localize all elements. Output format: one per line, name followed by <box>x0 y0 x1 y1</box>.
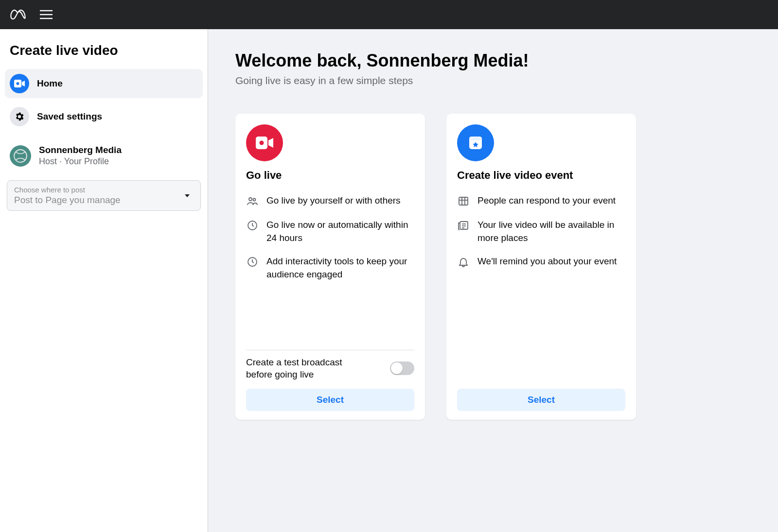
people-icon <box>246 195 259 208</box>
feature-text: We'll remind you about your event <box>477 255 617 269</box>
sidebar-item-label: Home <box>37 78 63 89</box>
sidebar: Create live video Home Saved settings So… <box>0 29 208 532</box>
welcome-subtitle: Going live is easy in a few simple steps <box>235 75 751 86</box>
calendar-icon <box>457 124 494 161</box>
feature-text: Go live by yourself or with others <box>266 194 401 208</box>
profile-name: Sonnenberg Media <box>39 145 122 155</box>
test-broadcast-toggle-row: Create a test broadcast before going liv… <box>246 356 414 381</box>
svg-point-4 <box>17 82 19 85</box>
test-broadcast-toggle[interactable] <box>390 361 414 375</box>
welcome-heading: Welcome back, Sonnenberg Media! <box>235 51 751 71</box>
camera-icon <box>10 74 29 93</box>
sidebar-item-label: Saved settings <box>37 111 102 122</box>
chevron-down-icon <box>185 194 190 197</box>
clock-icon <box>246 256 259 269</box>
feature-row: Add interactivity tools to keep your aud… <box>246 255 414 281</box>
feature-row: People can respond to your event <box>457 194 625 208</box>
profile-role: Host · Your Profile <box>39 156 122 167</box>
select-go-live-button[interactable]: Select <box>246 389 414 411</box>
svg-point-8 <box>249 198 252 201</box>
toggle-label: Create a test broadcast before going liv… <box>246 356 363 381</box>
card-go-live: Go live Go live by yourself or with othe… <box>235 114 425 420</box>
feature-text: People can respond to your event <box>477 194 616 208</box>
svg-point-7 <box>260 141 264 145</box>
gear-icon <box>10 107 29 126</box>
bell-icon <box>457 256 470 269</box>
feature-text: Add interactivity tools to keep your aud… <box>266 255 414 281</box>
avatar <box>10 145 31 167</box>
camera-icon <box>246 124 283 161</box>
select-label: Choose where to post <box>14 186 194 194</box>
feature-row: Go live now or automatically within 24 h… <box>246 219 414 244</box>
feature-text: Go live now or automatically within 24 h… <box>266 219 414 244</box>
select-create-event-button[interactable]: Select <box>457 389 625 411</box>
card-title: Go live <box>246 169 414 182</box>
sidebar-item-home[interactable]: Home <box>5 69 203 98</box>
sidebar-item-saved-settings[interactable]: Saved settings <box>5 102 203 131</box>
switch-knob <box>391 362 403 374</box>
news-icon <box>457 220 470 232</box>
post-destination-select[interactable]: Choose where to post Post to Page you ma… <box>7 180 201 211</box>
feature-text: Your live video will be available in mor… <box>477 219 625 244</box>
clock-icon <box>246 220 259 232</box>
feature-row: Go live by yourself or with others <box>246 194 414 208</box>
meta-logo-icon[interactable] <box>10 9 26 20</box>
feature-row: We'll remind you about your event <box>457 255 625 269</box>
svg-point-9 <box>253 199 256 201</box>
profile-row[interactable]: Sonnenberg Media Host · Your Profile <box>5 140 203 172</box>
hamburger-menu-icon[interactable] <box>40 10 53 19</box>
top-bar <box>0 0 778 29</box>
card-title: Create live video event <box>457 169 625 182</box>
card-create-event: Create live video event People can respo… <box>446 114 636 420</box>
sidebar-title: Create live video <box>5 38 203 69</box>
feature-row: Your live video will be available in mor… <box>457 219 625 244</box>
divider <box>246 350 414 350</box>
main-content: Welcome back, Sonnenberg Media! Going li… <box>208 29 778 532</box>
svg-rect-14 <box>459 197 468 205</box>
select-value: Post to Page you manage <box>14 195 194 206</box>
grid-icon <box>457 195 470 208</box>
svg-rect-13 <box>469 137 482 140</box>
